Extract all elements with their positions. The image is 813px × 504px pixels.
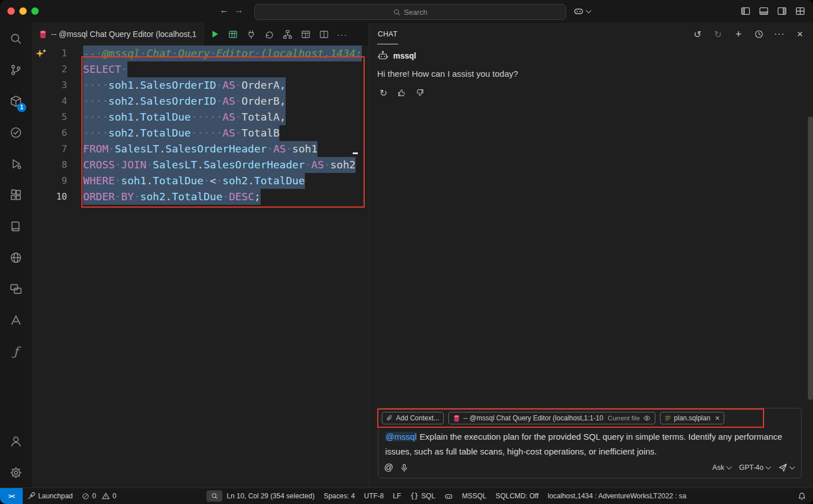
zoom-window-button[interactable]	[31, 7, 39, 15]
language-mode-item[interactable]: {} SQL	[406, 490, 440, 502]
chat-more-actions-button[interactable]: ···	[773, 28, 786, 40]
customize-layout-icon[interactable]	[795, 6, 805, 16]
settings-button[interactable]	[0, 457, 32, 488]
code-text: --·@mssql·Chat·Query·Editor·(localhost,1…	[83, 46, 362, 61]
eye-icon[interactable]	[643, 414, 651, 422]
toggle-secondary-sidebar-icon[interactable]	[777, 6, 787, 16]
add-context-label: Add Context...	[396, 414, 439, 422]
activity-remote-explorer-button[interactable]	[0, 273, 32, 304]
code-token: ·	[216, 95, 222, 107]
new-chat-button[interactable]: +	[732, 28, 745, 40]
code-token: ·	[115, 175, 121, 187]
close-window-button[interactable]	[7, 7, 15, 15]
code-line[interactable]: 9WHERE·soh1.TotalDue·<·soh2.TotalDue	[32, 173, 369, 189]
chat-undo-button[interactable]: ↺	[691, 28, 704, 40]
cursor-position-item[interactable]: Ln 10, Col 29 (354 selected)	[222, 490, 320, 502]
editor-group: -- @mssql Chat Query Editor (localhost,1…	[32, 23, 369, 488]
code-line[interactable]: 4····soh2.SalesOrderID·AS·OrderB,	[32, 93, 369, 109]
activity-extensions-button[interactable]	[0, 179, 32, 210]
navigate-back-button[interactable]: ←	[220, 5, 229, 15]
thumbs-down-button[interactable]	[414, 86, 426, 99]
activity-functions-button[interactable]: ƒ	[0, 336, 32, 367]
change-connection-button[interactable]	[244, 27, 258, 42]
chat-history-button[interactable]	[753, 28, 765, 40]
mode-label: Ask	[712, 464, 724, 472]
toggle-results-grid-button[interactable]	[225, 27, 240, 42]
code-line[interactable]: 8CROSS·JOIN·SalesLT.SalesOrderHeader·AS·…	[32, 157, 369, 173]
code-token: ····	[83, 79, 109, 91]
window-controls	[7, 7, 39, 15]
command-center-search[interactable]: Search	[254, 4, 566, 20]
search-placeholder: Search	[404, 8, 427, 16]
toggle-primary-sidebar-icon[interactable]	[741, 6, 750, 16]
model-selector[interactable]: GPT-4o	[739, 464, 770, 472]
zoom-status-item[interactable]	[207, 490, 222, 502]
thumbs-up-button[interactable]	[395, 86, 408, 99]
activity-notebooks-button[interactable]	[0, 210, 32, 242]
code-line[interactable]: 5····soh1.TotalDue·····AS·TotalA,	[32, 109, 369, 125]
remove-chip-icon[interactable]: ×	[715, 414, 720, 423]
activity-source-control-button[interactable]	[0, 54, 32, 85]
minimize-window-button[interactable]	[19, 7, 27, 15]
schema-hierarchy-button[interactable]	[280, 27, 295, 42]
code-line[interactable]: 10ORDER·BY·soh2.TotalDue·DESC;	[32, 189, 369, 205]
code-token: soh2	[109, 127, 134, 139]
code-token: .	[248, 175, 254, 187]
sqlcmd-status-item[interactable]: SQLCMD: Off	[491, 490, 543, 502]
activity-github-button[interactable]	[0, 242, 32, 273]
problems-status-item[interactable]: 0 0	[77, 490, 121, 502]
code-token: ·	[235, 111, 241, 123]
copilot-menu-button[interactable]	[573, 5, 591, 18]
navigate-forward-button[interactable]: →	[234, 5, 244, 15]
mssql-status-item[interactable]: MSSQL	[457, 490, 491, 502]
launchpad-status-item[interactable]: Launchpad	[23, 490, 77, 502]
eol-item[interactable]: LF	[389, 490, 406, 502]
connection-status-item[interactable]: localhost,1434 : AdventureWorksLT2022 : …	[543, 490, 691, 502]
activity-search-button[interactable]	[0, 23, 32, 54]
code-token: ·	[254, 47, 261, 59]
context-chip-plan-file[interactable]: plan.sqlplan ×	[660, 412, 724, 424]
editor-more-actions-button[interactable]: ···	[335, 27, 349, 42]
code-line[interactable]: 1--·@mssql·Chat·Query·Editor·(localhost,…	[32, 46, 369, 61]
chat-redo-button[interactable]: ↻	[712, 28, 724, 40]
activity-azure-button[interactable]	[0, 304, 32, 336]
code-line[interactable]: 6····soh2.TotalDue·····AS·TotalB	[32, 125, 369, 141]
encoding-item[interactable]: UTF-8	[360, 490, 389, 502]
split-editor-button[interactable]	[316, 27, 331, 42]
table-designer-button[interactable]	[298, 27, 313, 42]
vscode-window: ← → Search	[0, 0, 813, 504]
close-panel-button[interactable]: ×	[794, 28, 806, 40]
activity-run-debug-button[interactable]	[0, 148, 32, 179]
copilot-status-item[interactable]	[440, 490, 457, 502]
toggle-panel-icon[interactable]	[759, 6, 769, 16]
voice-chat-button[interactable]	[400, 464, 408, 472]
activity-containers-button[interactable]: 1	[0, 85, 32, 117]
tools-icon	[27, 492, 35, 500]
code-token: TotalDue	[254, 175, 305, 187]
run-query-button[interactable]	[207, 27, 222, 42]
account-button[interactable]	[0, 425, 32, 457]
mention-button[interactable]: @	[384, 462, 393, 473]
tab-chat[interactable]: CHAT	[377, 24, 398, 44]
activity-tasks-button[interactable]	[0, 117, 32, 148]
activity-bar: 1 ƒ	[0, 23, 32, 488]
add-context-button[interactable]: Add Context...	[382, 412, 444, 424]
remote-indicator[interactable]: ><	[0, 488, 23, 504]
rerun-request-button[interactable]: ↻	[377, 86, 390, 99]
code-line[interactable]: 7FROM·SalesLT.SalesOrderHeader·AS·soh1	[32, 141, 369, 157]
context-chip-current-file[interactable]: -- @mssql Chat Query Editor (localhost,1…	[448, 412, 655, 424]
send-button[interactable]	[778, 463, 794, 472]
estimated-plan-button[interactable]	[262, 27, 276, 42]
code-token: JOIN	[121, 159, 147, 171]
indentation-item[interactable]: Spaces: 4	[319, 490, 360, 502]
code-line[interactable]: 3····soh1.SalesOrderID·AS·OrderA,	[32, 77, 369, 93]
copilot-sparkle-icon[interactable]	[35, 47, 48, 61]
chat-input[interactable]: @mssql Explain the execution plan for th…	[378, 424, 801, 459]
mode-selector[interactable]: Ask	[712, 464, 731, 472]
notifications-item[interactable]	[793, 490, 813, 502]
chat-scrollbar[interactable]	[808, 117, 813, 400]
code-text: WHERE·soh1.TotalDue·<·soh2.TotalDue	[83, 173, 305, 189]
editor-tab[interactable]: -- @mssql Chat Query Editor (localhost,1	[32, 23, 204, 46]
code-editor[interactable]: 1--·@mssql·Chat·Query·Editor·(localhost,…	[32, 46, 369, 488]
code-line[interactable]: 2SELECT·	[32, 61, 369, 77]
